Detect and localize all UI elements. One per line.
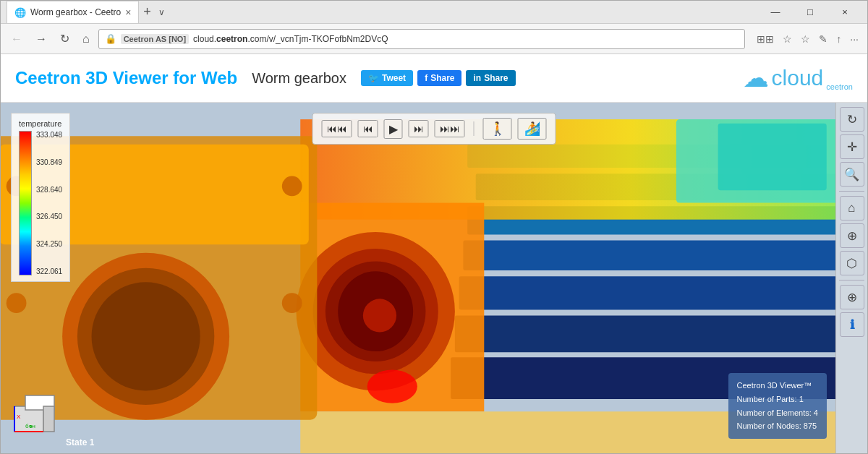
address-box[interactable]: 🔒 Ceetron AS [NO] cloud.ceetron.com/v/_v…	[98, 29, 746, 49]
info-nodes: Number of Nodes: 875	[737, 419, 819, 433]
social-buttons: 🐦 Tweet f Share in Share	[361, 70, 516, 86]
state-label: State 1	[66, 437, 94, 447]
tab-strip: 🌐 Worm gearbox - Ceetro × + ∨	[7, 1, 753, 23]
forward-button[interactable]: →	[31, 30, 51, 48]
svg-text:X: X	[17, 414, 21, 420]
facebook-icon: f	[425, 73, 427, 83]
previous-frame-button[interactable]: ⏮	[358, 120, 378, 137]
more-button[interactable]: ···	[847, 32, 861, 46]
minimize-button[interactable]: —	[759, 1, 792, 24]
temp-value-2: 328.640	[36, 186, 62, 194]
skip-to-end-button[interactable]: ⏭⏭	[435, 120, 465, 137]
page-content: Ceetron 3D Viewer for Web Worm gearbox 🐦…	[1, 54, 867, 453]
info-button[interactable]: ℹ	[840, 312, 864, 337]
info-overlay: Ceetron 3D Viewer™ Number of Parts: 1 Nu…	[728, 373, 827, 439]
home-button[interactable]: ⌂	[78, 30, 94, 48]
svg-point-23	[282, 176, 302, 197]
svg-text:бән: бән	[25, 423, 35, 429]
window-controls: — □ ×	[759, 1, 861, 24]
fly-mode-button[interactable]: 🏄	[518, 118, 547, 140]
toolbar-divider-1	[839, 191, 864, 192]
temp-value-4: 324.250	[36, 240, 62, 248]
url-text: cloud.ceetron.com/v/_vcnTjm-TKOFofbNm2DV…	[193, 34, 739, 44]
info-title: Ceetron 3D Viewer™	[737, 379, 819, 393]
tab-title: Worm gearbox - Ceetro	[30, 7, 121, 17]
tweet-button[interactable]: 🐦 Tweet	[361, 70, 413, 86]
pan-button[interactable]: ✛	[840, 134, 864, 159]
cube-view-button[interactable]: ⬡	[840, 251, 864, 275]
model-name: Worm gearbox	[252, 70, 346, 87]
svg-point-14	[363, 299, 396, 332]
snap-button[interactable]: ⊕	[840, 285, 864, 309]
linkedin-button[interactable]: in Share	[466, 70, 515, 86]
new-tab-button[interactable]: +	[139, 4, 156, 20]
temp-value-1: 330.849	[36, 158, 62, 166]
svg-rect-18	[718, 124, 827, 190]
temperature-title: temperature	[19, 119, 62, 128]
svg-point-27	[92, 282, 200, 390]
color-gradient	[19, 131, 32, 275]
orientation-cube[interactable]: X бән	[11, 392, 58, 439]
bookmark-button[interactable]: ☆	[780, 32, 795, 46]
svg-rect-6	[455, 315, 856, 352]
walk-mode-button[interactable]: 🚶	[483, 118, 512, 140]
twitter-icon: 🐦	[368, 73, 379, 83]
page-header: Ceetron 3D Viewer for Web Worm gearbox 🐦…	[1, 54, 867, 103]
share-button[interactable]: ↑	[833, 32, 844, 46]
favorites-button[interactable]: ☆	[798, 32, 813, 46]
cloud-sub: ceetron	[826, 82, 853, 93]
svg-point-15	[367, 370, 417, 403]
back-button[interactable]: ←	[7, 30, 27, 48]
cloud-logo: ☁ cloud ceetron	[743, 63, 853, 93]
svg-rect-5	[459, 276, 852, 309]
browser-window: 🌐 Worm gearbox - Ceetro × + ∨ — □ × ← → …	[0, 0, 868, 454]
active-tab[interactable]: 🌐 Worm gearbox - Ceetro ×	[7, 1, 139, 23]
cloud-text: cloud	[772, 66, 824, 90]
url-path: .com/v/_vcnTjm-TKOFofbNm2DVcQ	[247, 34, 388, 44]
playback-controls: ⏮⏮ ⏮ ▶ ⏭ ⏭⏭ 🚶 🏄	[312, 113, 556, 145]
toolbar-divider-2	[839, 280, 864, 280]
svg-point-22	[7, 293, 27, 313]
temp-value-3: 326.450	[36, 213, 62, 220]
temp-value-0: 333.048	[36, 131, 62, 139]
global-view-button[interactable]: ⊕	[840, 223, 864, 248]
tab-close-button[interactable]: ×	[125, 7, 131, 18]
country-badge: Ceetron AS [NO]	[121, 34, 189, 44]
notes-button[interactable]: ✎	[816, 32, 830, 46]
refresh-button[interactable]: ↻	[56, 29, 74, 48]
reset-view-button[interactable]: ↻	[840, 107, 864, 132]
viewer-canvas: temperature 333.048 330.849 328.640 326.…	[1, 103, 867, 453]
svg-rect-4	[463, 241, 847, 271]
linkedin-icon: in	[473, 73, 481, 83]
right-toolbar: ↻ ✛ 🔍 ⌂ ⊕ ⬡ ⊕ ℹ	[835, 103, 867, 453]
playback-separator	[474, 121, 475, 136]
url-domain: ceetron	[216, 34, 247, 44]
facebook-button[interactable]: f Share	[417, 70, 461, 86]
reader-button[interactable]: ⊞⊞	[754, 32, 777, 46]
tab-menu-button[interactable]: ∨	[156, 7, 168, 17]
viewer-area[interactable]: temperature 333.048 330.849 328.640 326.…	[1, 103, 867, 453]
title-bar: 🌐 Worm gearbox - Ceetro × + ∨ — □ ×	[1, 1, 867, 24]
linkedin-label: Share	[484, 73, 508, 83]
zoom-button[interactable]: 🔍	[840, 162, 864, 187]
url-prefix: cloud.	[193, 34, 216, 44]
address-bar: ← → ↻ ⌂ 🔒 Ceetron AS [NO] cloud.ceetron.…	[1, 24, 867, 54]
address-icons: ⊞⊞ ☆ ☆ ✎ ↑ ···	[754, 32, 861, 46]
svg-point-24	[282, 293, 302, 313]
play-button[interactable]: ▶	[384, 119, 403, 139]
maximize-button[interactable]: □	[793, 1, 827, 24]
temperature-legend: temperature 333.048 330.849 328.640 326.…	[11, 113, 70, 282]
info-parts: Number of Parts: 1	[737, 393, 819, 406]
site-title: Ceetron 3D Viewer for Web	[15, 68, 237, 88]
lock-icon: 🔒	[105, 33, 116, 44]
temp-labels: 333.048 330.849 328.640 326.450 324.250 …	[36, 131, 62, 275]
cloud-icon: ☁	[743, 63, 769, 93]
home-view-button[interactable]: ⌂	[840, 196, 864, 220]
svg-rect-30	[43, 406, 54, 432]
info-elements: Number of Elements: 4	[737, 406, 819, 420]
temp-bar: 333.048 330.849 328.640 326.450 324.250 …	[19, 131, 62, 275]
close-button[interactable]: ×	[828, 1, 861, 24]
skip-to-start-button[interactable]: ⏮⏮	[322, 120, 352, 137]
facebook-label: Share	[430, 73, 454, 83]
next-frame-button[interactable]: ⏭	[409, 120, 429, 137]
